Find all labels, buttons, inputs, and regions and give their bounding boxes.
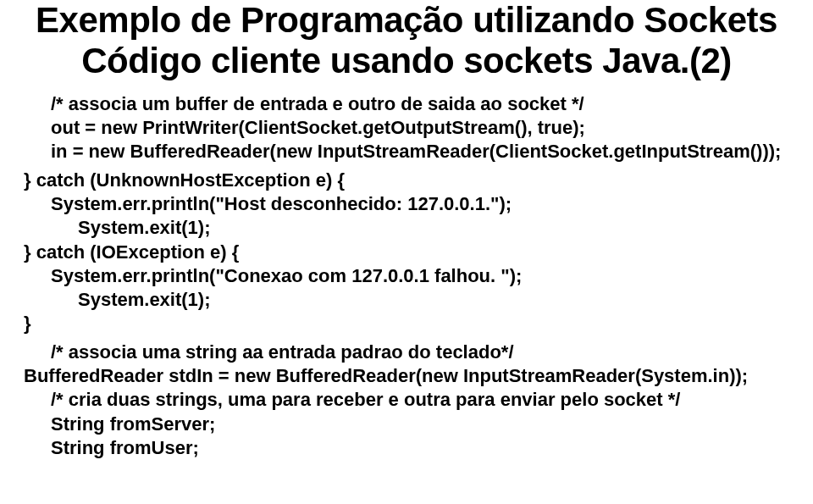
code-line: System.exit(1); [24,288,803,312]
code-comment: /* associa uma string aa entrada padrao … [24,341,803,364]
code-line: BufferedReader stdIn = new BufferedReade… [24,364,803,388]
slide-container: Exemplo de Programação utilizando Socket… [0,0,813,460]
title-line-1: Exemplo de Programação utilizando Socket… [10,0,803,41]
code-line: String fromUser; [24,436,803,460]
code-line: } [24,312,803,335]
code-line: System.err.println("Conexao com 127.0.0.… [24,264,803,288]
code-line: String fromServer; [24,413,803,436]
code-comment: /* associa um buffer de entrada e outro … [24,92,803,116]
code-line: in = new BufferedReader(new InputStreamR… [24,140,803,163]
code-line: out = new PrintWriter(ClientSocket.getOu… [24,116,803,140]
code-comment: /* cria duas strings, uma para receber e… [24,388,803,412]
title-line-2: Código cliente usando sockets Java.(2) [10,41,803,81]
code-line: System.exit(1); [24,216,803,240]
code-line: System.err.println("Host desconhecido: 1… [24,192,803,216]
slide-title: Exemplo de Programação utilizando Socket… [10,0,803,82]
code-line: } catch (IOException e) { [24,241,803,264]
code-block: /* associa um buffer de entrada e outro … [10,92,803,460]
code-line: } catch (UnknownHostException e) { [24,169,803,192]
